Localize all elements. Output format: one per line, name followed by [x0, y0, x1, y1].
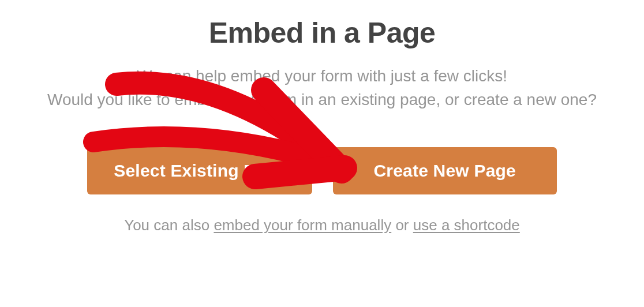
button-row: Select Existing Page Create New Page	[87, 147, 556, 194]
footer-text: You can also embed your form manually or…	[124, 216, 520, 234]
subtext-line1: We can help embed your form with just a …	[137, 67, 507, 85]
subtext-line2: Would you like to embed your form in an …	[47, 91, 597, 108]
embed-manually-link[interactable]: embed your form manually	[214, 216, 391, 234]
dialog-subtext: We can help embed your form with just a …	[47, 65, 597, 111]
embed-dialog: Embed in a Page We can help embed your f…	[0, 0, 644, 307]
footer-prefix: You can also	[124, 216, 214, 234]
use-shortcode-link[interactable]: use a shortcode	[413, 216, 520, 234]
footer-middle: or	[391, 216, 413, 234]
select-existing-page-button[interactable]: Select Existing Page	[87, 147, 312, 194]
dialog-heading: Embed in a Page	[209, 16, 436, 50]
create-new-page-button[interactable]: Create New Page	[333, 147, 557, 194]
